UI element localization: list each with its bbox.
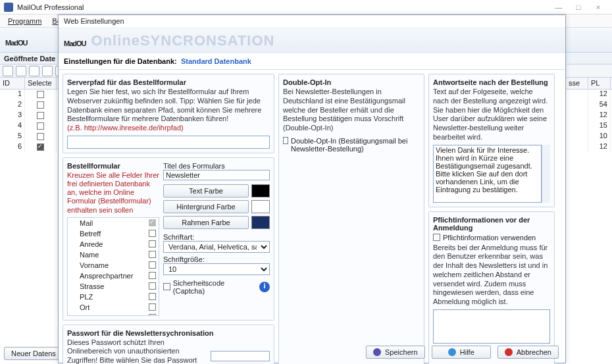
save-button[interactable]: Speichern bbox=[366, 346, 425, 359]
table-row[interactable]: 6 bbox=[0, 142, 58, 153]
save-icon bbox=[373, 348, 381, 356]
dialog-brand: MadOU OnlineSYNCRONSATION bbox=[59, 28, 565, 53]
form-label: Bestellformular bbox=[67, 162, 159, 170]
field-row[interactable]: Strasse bbox=[68, 281, 159, 292]
new-record-button[interactable]: Neuer Datens bbox=[4, 347, 63, 360]
field-list[interactable]: MailBetreffAnredeNameVornameAnsprechpart… bbox=[67, 217, 159, 316]
answer-textarea[interactable]: Vielen Dank für Ihr Interesse. Ihnen wir… bbox=[433, 145, 542, 203]
serverpath-panel: Serverpfad für das Bestellformular Legen… bbox=[63, 74, 274, 153]
answer-scrollbar[interactable] bbox=[542, 145, 550, 203]
table-row[interactable]: 2 bbox=[0, 100, 58, 111]
toolbar-btn-3[interactable] bbox=[29, 66, 39, 76]
bg-color-button[interactable]: Hintergrund Farbe bbox=[163, 200, 249, 213]
app-icon bbox=[4, 3, 13, 12]
row-checkbox[interactable] bbox=[37, 122, 44, 130]
size-label: Schriftgröße: bbox=[163, 255, 270, 263]
close-button[interactable]: × bbox=[588, 3, 608, 11]
info-icon[interactable]: i bbox=[259, 282, 270, 292]
font-select[interactable]: Verdana, Arial, Helvetica, sans-serif bbox=[163, 241, 270, 253]
form-title-label: Titel des Formulars bbox=[163, 162, 270, 170]
field-checkbox[interactable] bbox=[149, 293, 156, 300]
maximize-button[interactable]: □ bbox=[569, 3, 588, 11]
dialog-title: Web Einstellungen bbox=[59, 15, 565, 28]
logo: MadOU bbox=[5, 30, 28, 50]
pflicht-check-label: Pflichtinformation verwenden bbox=[443, 234, 536, 242]
col-id[interactable]: ID bbox=[0, 78, 25, 89]
doi-hint: Bei Newsletter-Bestellungen in Deutschla… bbox=[283, 88, 420, 133]
dialog-heading: Einstellungen für die Datenbank: Standar… bbox=[59, 53, 565, 70]
serverpath-input[interactable] bbox=[67, 136, 270, 149]
pflicht-textarea[interactable] bbox=[433, 309, 550, 344]
pflicht-panel: Pflichtinformationen vor der Anmeldung P… bbox=[428, 211, 555, 365]
table-row[interactable]: 5 bbox=[0, 132, 58, 142]
doi-label: Double-Opt-In bbox=[283, 78, 420, 86]
table-row[interactable]: 4 bbox=[0, 121, 58, 132]
cancel-button[interactable]: Abbrechen bbox=[497, 346, 559, 359]
grid-left: ID Selecte 123456 bbox=[0, 78, 58, 153]
cancel-icon bbox=[505, 348, 513, 356]
field-row[interactable]: Anrede bbox=[68, 239, 159, 249]
field-row[interactable]: Vorname bbox=[68, 260, 159, 271]
table-row[interactable]: 1 bbox=[0, 90, 58, 100]
table-row[interactable]: 12 bbox=[566, 90, 612, 100]
row-checkbox[interactable] bbox=[37, 143, 44, 151]
grid-right: sse PL 125412151012 bbox=[566, 78, 612, 153]
field-row[interactable]: Mail bbox=[68, 218, 159, 228]
doi-check-label: Double-Opt-In (Bestätigungsmail bei News… bbox=[291, 137, 420, 153]
serverpath-hint: Legen Sie hier fest, wo sich Ihr Bestell… bbox=[67, 88, 270, 124]
minimize-button[interactable]: — bbox=[549, 3, 569, 11]
answer-label: Antwortseite nach der Bestellung bbox=[433, 78, 550, 86]
row-checkbox[interactable] bbox=[37, 133, 44, 140]
field-checkbox[interactable] bbox=[149, 219, 156, 226]
serverpath-label: Serverpfad für das Bestellformular bbox=[67, 78, 270, 86]
field-checkbox[interactable] bbox=[149, 240, 156, 247]
field-checkbox[interactable] bbox=[149, 230, 156, 237]
field-checkbox[interactable] bbox=[149, 272, 156, 279]
col-pl[interactable]: PL bbox=[588, 78, 611, 89]
field-row[interactable]: Ort bbox=[68, 302, 159, 313]
size-select[interactable]: 10 bbox=[163, 263, 270, 275]
table-row[interactable]: 15 bbox=[566, 121, 612, 132]
table-row[interactable]: 10 bbox=[566, 132, 612, 142]
border-color-button[interactable]: Rahmen Farbe bbox=[163, 216, 249, 229]
toolbar-btn-1[interactable] bbox=[3, 66, 13, 76]
answer-panel: Antwortseite nach der Bestellung Text au… bbox=[428, 74, 555, 207]
field-checkbox[interactable] bbox=[149, 251, 156, 258]
password-panel: Passwort für die Newslettersychronisatio… bbox=[63, 325, 274, 364]
form-title-input[interactable] bbox=[163, 170, 270, 180]
doi-checkbox[interactable] bbox=[283, 137, 288, 144]
toolbar-btn-4[interactable] bbox=[42, 66, 53, 76]
text-color-button[interactable]: Text Farbe bbox=[163, 184, 249, 197]
form-hint: Kreuzen Sie alle Felder Ihrer frei defin… bbox=[67, 171, 159, 215]
captcha-checkbox[interactable] bbox=[163, 283, 170, 290]
password-input[interactable] bbox=[211, 351, 270, 361]
pflicht-checkbox[interactable] bbox=[433, 234, 440, 241]
field-checkbox[interactable] bbox=[149, 282, 156, 290]
field-row[interactable]: Ansprechpartner bbox=[68, 271, 159, 281]
serverpath-example: (z.B. http://www.ihreseite.de/ihrpfad) bbox=[67, 124, 270, 133]
table-row[interactable]: 12 bbox=[566, 142, 612, 153]
col-sel[interactable]: Selecte bbox=[25, 78, 57, 89]
form-panel: Bestellformular Kreuzen Sie alle Felder … bbox=[63, 157, 274, 321]
table-row[interactable]: 12 bbox=[566, 111, 612, 121]
row-checkbox[interactable] bbox=[37, 91, 44, 98]
font-label: Schriftart: bbox=[163, 233, 270, 241]
field-row[interactable]: PLZ bbox=[68, 292, 159, 302]
menu-programm[interactable]: Programm bbox=[3, 16, 47, 26]
field-checkbox[interactable] bbox=[149, 303, 156, 311]
row-checkbox[interactable] bbox=[37, 112, 44, 119]
dialog-footer: Speichern Hilfe Abbrechen bbox=[366, 346, 559, 359]
field-checkbox[interactable] bbox=[149, 314, 156, 316]
table-row[interactable]: 54 bbox=[566, 100, 612, 111]
toolbar-btn-2[interactable] bbox=[16, 66, 26, 76]
row-checkbox[interactable] bbox=[37, 101, 44, 109]
table-row[interactable]: 3 bbox=[0, 111, 58, 121]
help-button[interactable]: Hilfe bbox=[432, 346, 491, 359]
field-row[interactable]: Land bbox=[68, 313, 159, 316]
col-sse[interactable]: sse bbox=[566, 78, 588, 89]
brand-sync-text: OnlineSYNCRONSATION bbox=[91, 32, 275, 49]
doi-panel: Double-Opt-In Bei Newsletter-Bestellunge… bbox=[278, 74, 424, 364]
field-row[interactable]: Betreff bbox=[68, 228, 159, 239]
field-checkbox[interactable] bbox=[149, 261, 156, 269]
field-row[interactable]: Name bbox=[68, 249, 159, 260]
